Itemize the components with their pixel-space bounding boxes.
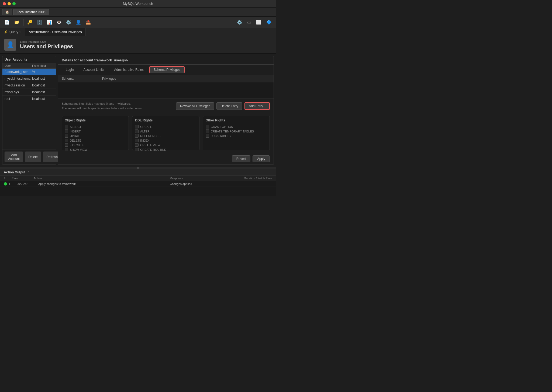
user-row[interactable]: mysql.sys localhost — [2, 89, 56, 96]
toolbar-proc[interactable]: ⚙️ — [64, 19, 73, 26]
tab-local-instance[interactable]: Local instance 3306 — [13, 9, 49, 15]
user-host: localhost — [32, 90, 54, 94]
schema-table: Schema Privileges — [58, 75, 274, 99]
user-row[interactable]: root localhost — [2, 96, 56, 102]
minimize-button[interactable] — [8, 2, 11, 5]
privileges-col-header: Privileges — [102, 77, 270, 80]
priv-item-insert: INSERT — [65, 129, 126, 134]
label-create-routine: CREATE ROUTINE — [140, 148, 166, 151]
tab-local-instance-label: Local instance 3306 — [17, 10, 46, 14]
checkbox-references[interactable] — [135, 134, 139, 138]
tab-administrative-roles[interactable]: Administrative Roles — [110, 66, 147, 73]
object-rights-group: Object Rights SELECT INSERT UPDATE — [62, 116, 129, 150]
toolbar-user[interactable]: 👤 — [74, 19, 83, 26]
query1-label: Query 1 — [9, 30, 21, 34]
apply-button[interactable]: Apply — [253, 155, 270, 162]
priv-item-select: SELECT — [65, 124, 126, 129]
user-row[interactable]: mysql.infoschema localhost — [2, 75, 56, 82]
query-tab-bar: ⚡ Query 1 Administration - Users and Pri… — [0, 28, 276, 36]
checkbox-show-view[interactable] — [65, 148, 68, 151]
toolbar-panel-toggle[interactable]: ▭ — [246, 19, 253, 26]
schema-col-header: Schema — [62, 77, 102, 80]
checkbox-create-temp[interactable] — [206, 130, 209, 133]
checkbox-execute[interactable] — [65, 143, 68, 147]
output-row-num: 1 — [9, 182, 17, 186]
home-icon: 🏠 — [5, 10, 9, 14]
checkbox-create-view[interactable] — [135, 143, 139, 147]
left-panel-footer: Add Account Delete Refresh — [2, 149, 56, 164]
checkbox-index[interactable] — [135, 139, 139, 142]
checkbox-alter[interactable] — [135, 130, 139, 133]
user-name: root — [5, 97, 32, 101]
output-row: 1 20:29:48 Apply changes to framework Ch… — [0, 181, 276, 187]
toolbar-settings[interactable]: ⚙️ — [235, 19, 244, 26]
tab-row: Login Account Limits Administrative Role… — [58, 65, 274, 75]
schema-info-line2: The server will match specific entries b… — [62, 106, 143, 111]
close-button[interactable] — [3, 2, 6, 5]
toolbar-view[interactable]: 👁️ — [55, 19, 63, 26]
col-header-user: User — [5, 64, 32, 67]
toolbar-separator-1 — [23, 19, 23, 26]
output-row-time: 20:29:48 — [17, 182, 38, 186]
label-alter: ALTER — [140, 130, 150, 133]
priv-item-update: UPDATE — [65, 134, 126, 138]
delete-entry-button[interactable]: Delete Entry — [216, 102, 242, 110]
toolbar-schema[interactable]: 🗄️ — [35, 19, 44, 26]
checkbox-delete[interactable] — [65, 139, 68, 142]
checkbox-select[interactable] — [65, 125, 68, 128]
priv-item-delete: DELETE — [65, 138, 126, 143]
user-name: mysql.session — [5, 83, 32, 87]
checkbox-lock-tables[interactable] — [206, 134, 209, 138]
label-create: CREATE — [140, 125, 152, 128]
action-output: Action Output ⌃ # Time Action Response D… — [0, 169, 276, 196]
tab-admin[interactable]: Administration - Users and Privileges — [25, 28, 86, 36]
label-references: REFERENCES — [140, 134, 160, 138]
delete-user-button[interactable]: Delete — [25, 152, 41, 162]
user-row[interactable]: framework_user % — [2, 69, 56, 75]
other-rights-title: Other Rights — [206, 118, 267, 122]
tab-schema-privileges[interactable]: Schema Privileges — [149, 66, 185, 73]
right-panel-header: Details for account framework_user@% — [58, 56, 274, 65]
right-panel: Details for account framework_user@% Log… — [58, 56, 274, 165]
label-execute: EXECUTE — [70, 144, 84, 147]
toolbar: 📄 📁 🔑 🗄️ 📊 👁️ ⚙️ 👤 📤 ⚙️ ▭ ⬜ 🔷 — [0, 17, 276, 28]
action-output-toggle[interactable]: ⌃ — [27, 171, 30, 174]
tab-login[interactable]: Login — [62, 66, 78, 73]
toolbar-new-file[interactable]: 📄 — [3, 19, 11, 26]
revoke-all-button[interactable]: Revoke All Privileges — [176, 102, 214, 110]
tab-query1[interactable]: ⚡ Query 1 — [0, 28, 25, 36]
toolbar-export[interactable]: 📤 — [84, 19, 92, 26]
user-host: localhost — [32, 83, 54, 87]
toolbar-plugin[interactable]: 🔷 — [265, 19, 273, 26]
col-header-host: From Host — [32, 64, 54, 67]
label-select: SELECT — [70, 125, 81, 128]
checkbox-create[interactable] — [135, 125, 139, 128]
checkbox-grant-option[interactable] — [206, 125, 209, 128]
output-table-header: # Time Action Response Duration / Fetch … — [0, 176, 276, 181]
label-lock-tables: LOCK TABLES — [211, 134, 231, 138]
checkbox-insert[interactable] — [65, 130, 68, 133]
label-create-temp: CREATE TEMPORARY TABLES — [211, 130, 254, 133]
titlebar: MySQL Workbench — [0, 0, 276, 8]
tab-home[interactable]: 🏠 — [2, 9, 12, 15]
divider-handle[interactable] — [0, 167, 276, 169]
header-text: Local instance 3306 Users and Privileges — [20, 40, 73, 50]
checkbox-update[interactable] — [65, 134, 68, 138]
user-name: framework_user — [5, 70, 32, 74]
toolbar-connect[interactable]: 🔑 — [26, 19, 34, 26]
label-insert: INSERT — [70, 130, 81, 133]
body-split: User Accounts User From Host framework_u… — [0, 54, 276, 167]
add-entry-button[interactable]: Add Entry... — [244, 102, 270, 110]
toolbar-table[interactable]: 📊 — [45, 19, 54, 26]
toolbar-open[interactable]: 📁 — [12, 19, 21, 26]
checkbox-create-routine[interactable] — [135, 148, 139, 151]
toolbar-layout[interactable]: ⬜ — [254, 19, 263, 26]
add-account-button[interactable]: Add Account — [5, 152, 23, 162]
schema-info-line1: Schema and Host fields may use % and _ w… — [62, 102, 143, 106]
user-row[interactable]: mysql.session localhost — [2, 82, 56, 89]
schema-table-header: Schema Privileges — [58, 75, 274, 82]
revert-button[interactable]: Revert — [232, 155, 250, 162]
tab-account-limits[interactable]: Account Limits — [79, 66, 108, 73]
user-host: localhost — [32, 97, 54, 101]
maximize-button[interactable] — [12, 2, 16, 5]
